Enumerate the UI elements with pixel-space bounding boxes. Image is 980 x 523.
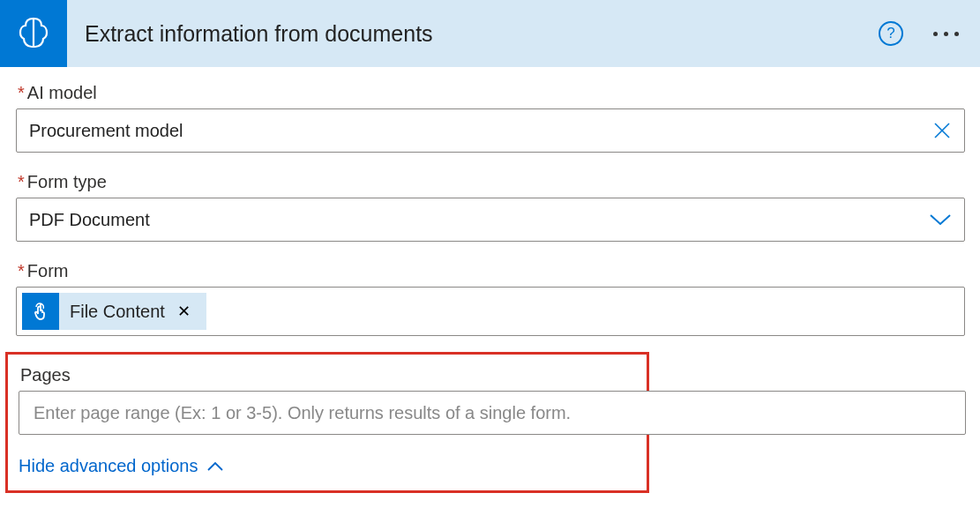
action-header: Extract information from documents ?: [0, 0, 980, 67]
ai-model-value: Procurement model: [29, 121, 183, 141]
hide-advanced-text: Hide advanced options: [19, 456, 198, 476]
help-icon[interactable]: ?: [879, 21, 903, 46]
form-type-select[interactable]: PDF Document: [16, 198, 965, 242]
form-type-field: *Form type PDF Document: [16, 172, 980, 242]
token-label: File Content: [70, 302, 165, 322]
touch-icon: [22, 293, 59, 330]
header-title: Extract information from documents: [85, 21, 879, 47]
pages-label: Pages: [19, 365, 636, 385]
form-type-label: *Form type: [16, 172, 980, 192]
more-menu-icon[interactable]: [928, 26, 964, 41]
chevron-up-icon: [206, 456, 224, 476]
pages-input[interactable]: [34, 403, 951, 423]
hide-advanced-link[interactable]: Hide advanced options: [19, 456, 224, 476]
form-type-value: PDF Document: [29, 210, 150, 230]
form-token-input[interactable]: File Content ✕: [16, 287, 965, 336]
ai-model-input[interactable]: Procurement model: [16, 108, 965, 153]
ai-model-field: *AI model Procurement model: [16, 83, 980, 153]
pages-input-wrapper: [19, 391, 966, 435]
ai-model-label: *AI model: [16, 83, 980, 103]
brain-icon: [0, 0, 67, 67]
form-field: *Form File Content ✕: [16, 261, 980, 336]
pages-highlight: Pages Hide advanced options: [5, 352, 649, 493]
file-content-token: File Content ✕: [22, 293, 206, 330]
clear-icon[interactable]: [932, 121, 952, 140]
token-remove-icon[interactable]: ✕: [174, 302, 194, 321]
chevron-down-icon: [929, 213, 952, 227]
form-label: *Form: [16, 261, 980, 281]
form-body: *AI model Procurement model *Form type P…: [0, 67, 980, 493]
